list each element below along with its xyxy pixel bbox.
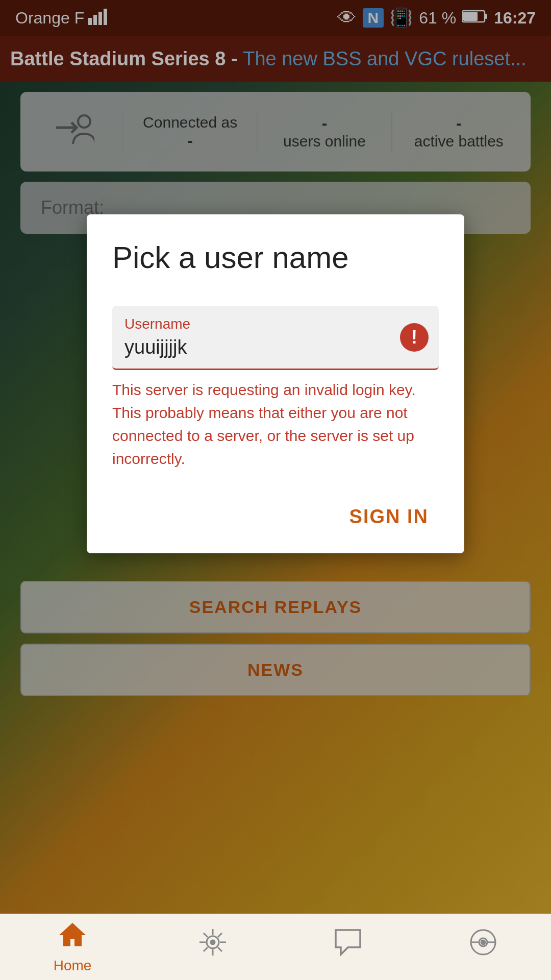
error-icon: ! bbox=[400, 323, 429, 352]
nav-home-label: Home bbox=[54, 958, 92, 974]
svg-point-23 bbox=[481, 940, 485, 944]
home-icon bbox=[58, 921, 87, 953]
svg-line-16 bbox=[204, 933, 208, 937]
nav-item-chat[interactable] bbox=[334, 928, 362, 967]
modal-overlay: Pick a user name Username yuuijjjjk ! Th… bbox=[0, 0, 551, 980]
sign-in-button[interactable]: SIGN IN bbox=[339, 501, 439, 533]
nav-item-battle[interactable] bbox=[198, 928, 227, 967]
bottom-nav: Home bbox=[0, 914, 551, 980]
username-value: yuuijjjjk bbox=[124, 336, 427, 358]
svg-line-17 bbox=[218, 947, 222, 951]
nav-item-home[interactable]: Home bbox=[54, 921, 92, 974]
pick-username-modal: Pick a user name Username yuuijjjjk ! Th… bbox=[87, 214, 464, 553]
pokeball-icon bbox=[469, 928, 497, 963]
chat-icon bbox=[334, 928, 362, 963]
svg-line-18 bbox=[218, 933, 222, 937]
nav-item-pokeball[interactable] bbox=[469, 928, 497, 967]
svg-point-15 bbox=[211, 940, 215, 944]
svg-line-19 bbox=[204, 947, 208, 951]
modal-title: Pick a user name bbox=[112, 240, 439, 275]
modal-actions: SIGN IN bbox=[112, 501, 439, 533]
username-input-field[interactable]: Username yuuijjjjk ! bbox=[112, 306, 439, 370]
username-label: Username bbox=[124, 316, 427, 332]
battle-icon bbox=[198, 928, 227, 963]
error-message: This server is requesting an invalid log… bbox=[112, 378, 439, 470]
svg-marker-9 bbox=[59, 923, 86, 946]
